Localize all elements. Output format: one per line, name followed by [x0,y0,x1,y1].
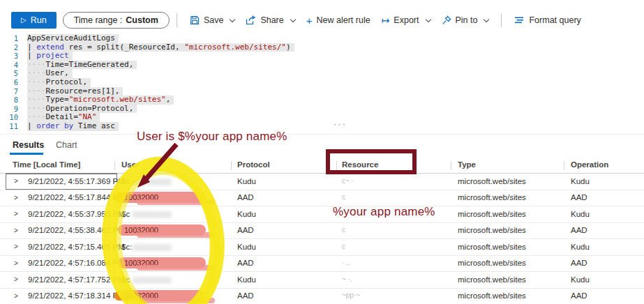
column-separator[interactable] [451,161,451,170]
operation-cell: AAD [571,259,587,267]
export-button-label: Export [394,15,419,25]
code-line[interactable]: 11| order by Time asc [0,122,644,131]
operation-cell: Kudu [571,210,590,218]
new-alert-rule-button[interactable]: + New alert rule [301,13,376,29]
column-header-user[interactable]: User [121,160,140,169]
table-row[interactable]: >9/21/2022, 4:55:37.950 PM$cKudumicrosof… [0,206,644,223]
resource-cell-redacted: c [342,243,345,250]
code-line[interactable]: 4····Time=TimeGenerated, [0,61,644,70]
format-query-label: Format query [529,15,581,25]
protocol-cell: Kudu [237,275,256,284]
table-row[interactable]: >9/21/2022, 4:57:17.752 PM$cKudu~ ·.micr… [0,272,644,289]
toolbar-divider [177,13,177,27]
expand-row-chevron-icon[interactable]: > [14,243,18,250]
expand-row-chevron-icon[interactable]: > [14,275,18,283]
chevron-down-icon [425,16,430,22]
user-value: $c [121,210,130,218]
resource-cell-redacted: c [342,193,345,201]
time-cell: 9/21/2022, 4:57:16.084 PM [28,259,125,267]
type-cell: microsoft.web/sites [458,243,526,251]
table-row[interactable]: >9/21/2022, 4:57:15.405 PM$c:Kuducmicros… [0,239,644,256]
operation-cell: Kudu [571,243,590,251]
expand-row-chevron-icon[interactable]: > [14,194,18,202]
share-icon [246,15,256,25]
share-button-label: Share [260,15,283,25]
column-header-time-local-time[interactable]: Time [Local Time] [13,160,80,169]
time-cell: 9/21/2022, 4:55:38.462 PM [28,226,125,234]
run-button[interactable]: ▷ Run [11,12,57,29]
export-button[interactable]: ↦ Export [376,13,436,28]
time-cell: 9/21/2022, 4:57:17.752 PM [28,275,125,284]
table-row[interactable]: >9/21/2022, 4:57:18.314 PM10032000AAD~pp… [0,289,644,304]
share-button[interactable]: Share [240,13,300,28]
line-number: 1 [0,34,18,43]
time-cell: 9/21/2022, 4:57:18.314 PM [28,291,125,300]
table-row[interactable]: >9/21/2022, 4:55:38.462 PM10032000AADcmi… [0,223,644,240]
type-cell: microsoft.web/sites [458,226,526,234]
line-number: 8 [0,96,18,105]
code-line[interactable]: 5····User, [0,69,644,78]
time-cell: 9/21/2022, 4:55:37.950 PM [28,210,125,218]
pin-to-button[interactable]: Pin to [436,13,495,28]
line-number: 4 [0,61,18,70]
type-cell: microsoft.web/sites [458,177,526,185]
protocol-cell: Kudu [237,243,256,251]
operation-cell: AAD [571,291,587,300]
expand-row-chevron-icon[interactable]: > [14,177,18,185]
time-range-picker[interactable]: Time range : Custom [63,12,170,29]
code-line[interactable]: 9····Operation=Protocol, [0,105,644,114]
user-annotation-text: User is $%your app name% [137,130,287,144]
table-row[interactable]: >9/21/2022, 4:55:17.844 PM10032000AADcmi… [0,190,644,207]
code-text: | order by Time asc [27,122,119,131]
play-icon: ▷ [21,17,27,24]
expand-row-chevron-icon[interactable]: > [14,210,18,218]
column-header-operation[interactable]: Operation [571,160,608,169]
tab-results[interactable]: Results [13,140,44,150]
time-cell: 9/21/2022, 4:55:17.369 PM [28,177,125,185]
orange-redaction-dot [114,192,124,202]
column-header-protocol[interactable]: Protocol [237,160,270,169]
format-lines-icon [514,16,525,24]
table-row[interactable]: >9/21/2022, 4:57:16.084 PM10032000AAD· .… [0,256,644,273]
expand-row-chevron-icon[interactable]: > [14,292,18,300]
kql-query-editor[interactable]: 1AppServiceAuditLogs2| extend res = spli… [0,34,644,131]
operation-cell: AAD [571,193,587,202]
line-number: 11 [0,122,18,131]
save-button[interactable]: Save [184,13,241,28]
user-cell: $c [121,177,130,185]
column-header-type[interactable]: Type [458,160,476,169]
type-cell: microsoft.web/sites [458,275,526,284]
results-grid-header: Time [Local Time]UserProtocolResourceTyp… [0,158,644,174]
column-separator[interactable] [231,161,232,170]
format-query-button[interactable]: Format query [509,13,586,28]
code-line[interactable]: 2| extend res = split(_ResourceId, "micr… [0,43,644,52]
type-cell: microsoft.web/sites [458,291,526,300]
operation-cell: AAD [571,226,587,234]
time-cell: 9/21/2022, 4:57:15.405 PM [28,243,125,251]
column-separator[interactable] [114,161,115,170]
line-number: 3 [0,52,18,61]
plus-icon: + [306,15,313,26]
time-range-label: Time range : [74,15,123,25]
pin-to-label: Pin to [456,15,478,25]
chevron-down-icon [230,16,235,22]
expand-row-chevron-icon[interactable]: > [14,227,18,234]
resource-column-annotation-box [326,149,417,174]
protocol-cell: AAD [237,291,254,300]
chevron-down-icon [484,16,489,22]
line-number: 7 [0,87,18,96]
tab-chart[interactable]: Chart [56,140,77,150]
user-cell: $c [121,210,130,218]
line-number: 6 [0,78,18,87]
time-range-value: Custom [126,15,158,25]
toolbar-divider [501,13,502,27]
table-row[interactable]: >9/21/2022, 4:55:17.369 PM$cKuduc~ ·micr… [0,174,644,190]
pink-redaction-streak [137,199,215,205]
pane-splitter-handle[interactable]: ··· [334,119,347,129]
user-value: $c: [121,243,132,251]
column-separator[interactable] [564,161,564,170]
resource-cell-redacted: c~ · [342,177,354,185]
expand-row-chevron-icon[interactable]: > [14,259,18,267]
line-number: 9 [0,105,18,114]
blur-redaction-smudge [133,178,172,185]
